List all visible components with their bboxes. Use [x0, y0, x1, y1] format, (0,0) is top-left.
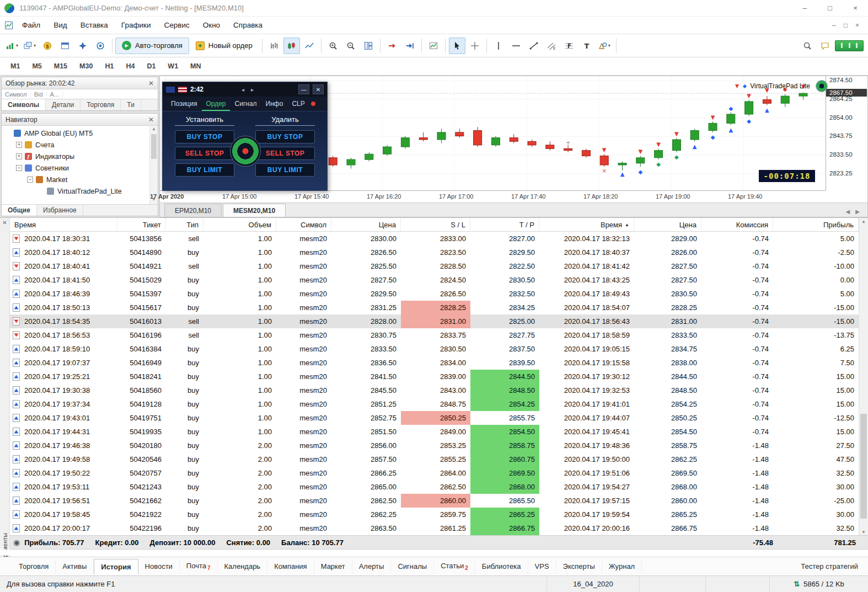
tree-expander-icon[interactable]: +	[16, 153, 22, 159]
history-row[interactable]: 2020.04.17 20:00:1750422196buy2.00mesm20…	[10, 521, 859, 535]
chart-tab[interactable]: EPM20,M10	[164, 204, 222, 217]
mdi-close-button[interactable]: ×	[855, 22, 859, 29]
line-chart-button[interactable]	[301, 38, 318, 54]
menu-item[interactable]: Вставка	[74, 18, 115, 33]
time-axis[interactable]: 17 Apr 202017 Apr 15:0017 Apr 15:4017 Ap…	[160, 190, 826, 202]
column-header[interactable]: Время▲	[539, 218, 634, 231]
toolbox-tab[interactable]: Компания	[267, 559, 314, 574]
scroll-up-icon[interactable]: ▲	[859, 219, 868, 224]
history-row[interactable]: 2020.04.17 19:56:5150421662buy2.00mesm20…	[10, 494, 859, 508]
column-header[interactable]: Тип	[166, 218, 203, 231]
timeframe-M1-button[interactable]: M1	[4, 60, 26, 73]
navigator-tree-item[interactable]: +ƒИндикаторы	[2, 151, 158, 162]
menu-item[interactable]: Сервис	[158, 18, 196, 33]
history-row[interactable]: 2020.04.17 18:59:1050416384buy1.00mesm20…	[10, 342, 859, 356]
market-watch-button[interactable]: $	[39, 38, 56, 54]
vtp-tab[interactable]: Сигнал	[231, 97, 261, 111]
vtp-tab[interactable]: CLP	[288, 97, 308, 111]
fibonacci-button[interactable]: F	[561, 38, 577, 54]
market-watch-tab[interactable]: Ти	[121, 99, 141, 110]
navigator-tree-item[interactable]: −Market	[2, 174, 158, 185]
autoscroll-button[interactable]	[384, 38, 400, 54]
price-axis[interactable]: 2874.502864.252854.002843.752833.502823.…	[826, 76, 867, 190]
column-header[interactable]: S / L	[401, 218, 470, 231]
toolbox-tab[interactable]: История	[94, 559, 138, 574]
toolbox-close-icon[interactable]: ✕	[0, 220, 9, 226]
history-row[interactable]: 2020.04.17 18:30:3150413856sell1.00mesm2…	[10, 232, 859, 246]
menu-item[interactable]: Окно	[196, 18, 227, 33]
toolbox-tab[interactable]: Календарь	[218, 559, 268, 574]
history-row[interactable]: 2020.04.17 19:30:3850418560buy1.00mesm20…	[10, 383, 859, 397]
vtp-tab[interactable]: Позиция	[167, 97, 201, 111]
column-header[interactable]: Время	[10, 218, 117, 231]
navigator-tree-item[interactable]: +Счета	[2, 139, 158, 151]
market-watch-tab[interactable]: Торговля	[81, 99, 121, 110]
column-header[interactable]: Цена	[634, 218, 701, 231]
history-row[interactable]: 2020.04.17 18:40:1250414890buy1.00mesm20…	[10, 246, 859, 259]
tree-expander-icon[interactable]: −	[16, 165, 22, 171]
history-row[interactable]: 2020.04.17 18:46:3950415397buy1.00mesm20…	[10, 287, 859, 301]
menu-item[interactable]: Файл	[15, 18, 47, 33]
vtp-tab[interactable]: Ордер	[202, 97, 229, 111]
trendline-button[interactable]	[526, 38, 542, 54]
toolbox-tab[interactable]: Сигналы	[391, 559, 434, 574]
menu-item[interactable]: Справка	[227, 18, 269, 33]
toolbox-tab[interactable]: Статьи2	[434, 558, 475, 575]
column-header[interactable]: Прибыль	[773, 218, 859, 231]
column-header[interactable]: Комиссия	[701, 218, 773, 231]
window-maximize-button[interactable]: □	[817, 0, 843, 16]
history-row[interactable]: 2020.04.17 19:37:3450419128buy1.00mesm20…	[10, 397, 859, 411]
equidistant-channel-button[interactable]: E	[543, 38, 560, 54]
timeframe-M15-button[interactable]: M15	[48, 60, 73, 73]
navigator-close-icon[interactable]: ✕	[148, 116, 154, 124]
toolbox-tab[interactable]: Журнал	[602, 559, 642, 574]
vtp-close-button[interactable]: ✕	[313, 84, 324, 94]
navigator-tree-item[interactable]: AMP Global (EU) MT5	[2, 127, 158, 139]
zoom-out-button[interactable]	[342, 38, 359, 54]
history-row[interactable]: 2020.04.17 19:53:1150421243buy2.00mesm20…	[10, 480, 859, 494]
zoom-in-button[interactable]	[325, 38, 341, 54]
timeframe-H4-button[interactable]: H4	[120, 60, 141, 73]
history-row[interactable]: 2020.04.17 19:46:3850420180buy2.00mesm20…	[10, 439, 859, 452]
tile-windows-button[interactable]	[360, 38, 377, 54]
bars-button[interactable]	[266, 38, 282, 54]
search-button[interactable]	[799, 38, 816, 54]
navigator-tab[interactable]: Избранное	[37, 205, 83, 216]
toolbox-tab[interactable]: Алерты	[352, 559, 392, 574]
crosshair-button[interactable]	[467, 38, 483, 54]
timeframe-D1-button[interactable]: D1	[141, 60, 162, 73]
toolbox-tab[interactable]: Маркет	[314, 559, 352, 574]
history-row[interactable]: 2020.04.17 18:41:5050415029buy1.00mesm20…	[10, 273, 859, 287]
navigator-tab[interactable]: Общие	[2, 205, 37, 216]
indicators-button[interactable]	[425, 38, 442, 54]
column-header[interactable]: Символ	[276, 218, 331, 231]
mdi-minimize-button[interactable]: –	[832, 22, 836, 29]
history-row[interactable]: 2020.04.17 19:49:5850420546buy2.00mesm20…	[10, 452, 859, 466]
shapes-button[interactable]: ▾	[596, 38, 613, 54]
tab-scroll-right-icon[interactable]: ▶	[855, 209, 860, 215]
toolbox-tab[interactable]: Активы	[56, 559, 94, 574]
strategy-tester-label[interactable]: Тестер стратегий	[801, 562, 858, 570]
window-minimize-button[interactable]: –	[792, 0, 817, 16]
timeframe-H1-button[interactable]: H1	[99, 60, 120, 73]
toolbox-tab[interactable]: Новости	[138, 559, 180, 574]
column-header[interactable]: T / P	[470, 218, 539, 231]
timeframe-W1-button[interactable]: W1	[162, 60, 184, 73]
mdi-restore-button[interactable]: □	[844, 22, 848, 29]
history-row[interactable]: 2020.04.17 18:40:4150414921sell1.00mesm2…	[10, 259, 859, 273]
window-close-button[interactable]: ×	[843, 0, 868, 16]
tree-expander-icon[interactable]: −	[27, 177, 33, 183]
history-row[interactable]: 2020.04.17 18:56:5350416196sell1.00mesm2…	[10, 328, 859, 342]
scrollbar-thumb[interactable]	[151, 134, 157, 159]
market-watch-close-icon[interactable]: ✕	[148, 79, 154, 87]
menu-item[interactable]: Графики	[115, 18, 158, 33]
set-sell-stop-button[interactable]: SELL STOP	[175, 147, 234, 160]
delete-buy-limit-button[interactable]: BUY LIMIT	[255, 163, 315, 177]
navigator-button[interactable]	[74, 38, 91, 54]
market-watch-tab[interactable]: Детали	[46, 99, 81, 110]
history-row[interactable]: 2020.04.17 19:43:0150419751buy1.00mesm20…	[10, 411, 859, 425]
chat-button[interactable]	[817, 38, 833, 54]
menu-item[interactable]: Вид	[47, 18, 73, 33]
cursor-button[interactable]	[449, 38, 465, 54]
navigator-tree-item[interactable]: VirtualTradePad_Lite	[2, 185, 158, 197]
